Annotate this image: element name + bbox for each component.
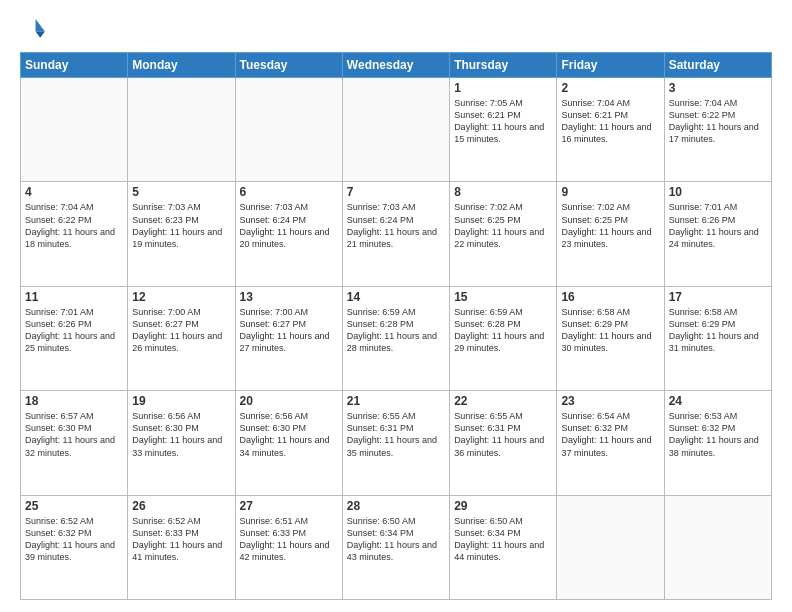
day-info: Sunrise: 6:58 AM Sunset: 6:29 PM Dayligh…: [561, 306, 659, 355]
day-info: Sunrise: 6:51 AM Sunset: 6:33 PM Dayligh…: [240, 515, 338, 564]
weekday-header: Thursday: [450, 53, 557, 78]
weekday-header: Sunday: [21, 53, 128, 78]
page: SundayMondayTuesdayWednesdayThursdayFrid…: [0, 0, 792, 612]
calendar-cell: 22Sunrise: 6:55 AM Sunset: 6:31 PM Dayli…: [450, 391, 557, 495]
day-number: 24: [669, 394, 767, 408]
day-info: Sunrise: 6:56 AM Sunset: 6:30 PM Dayligh…: [132, 410, 230, 459]
day-info: Sunrise: 6:53 AM Sunset: 6:32 PM Dayligh…: [669, 410, 767, 459]
day-number: 17: [669, 290, 767, 304]
calendar-cell: 5Sunrise: 7:03 AM Sunset: 6:23 PM Daylig…: [128, 182, 235, 286]
calendar-cell: 15Sunrise: 6:59 AM Sunset: 6:28 PM Dayli…: [450, 286, 557, 390]
calendar-week-row: 4Sunrise: 7:04 AM Sunset: 6:22 PM Daylig…: [21, 182, 772, 286]
day-number: 2: [561, 81, 659, 95]
day-info: Sunrise: 7:05 AM Sunset: 6:21 PM Dayligh…: [454, 97, 552, 146]
calendar-cell: 8Sunrise: 7:02 AM Sunset: 6:25 PM Daylig…: [450, 182, 557, 286]
day-number: 18: [25, 394, 123, 408]
day-number: 26: [132, 499, 230, 513]
day-number: 12: [132, 290, 230, 304]
svg-marker-1: [36, 32, 45, 38]
calendar-cell: [557, 495, 664, 599]
calendar-cell: 2Sunrise: 7:04 AM Sunset: 6:21 PM Daylig…: [557, 78, 664, 182]
day-number: 1: [454, 81, 552, 95]
day-info: Sunrise: 7:00 AM Sunset: 6:27 PM Dayligh…: [132, 306, 230, 355]
day-number: 27: [240, 499, 338, 513]
calendar-week-row: 18Sunrise: 6:57 AM Sunset: 6:30 PM Dayli…: [21, 391, 772, 495]
calendar-cell: [664, 495, 771, 599]
calendar-week-row: 1Sunrise: 7:05 AM Sunset: 6:21 PM Daylig…: [21, 78, 772, 182]
calendar-cell: 26Sunrise: 6:52 AM Sunset: 6:33 PM Dayli…: [128, 495, 235, 599]
calendar-cell: 11Sunrise: 7:01 AM Sunset: 6:26 PM Dayli…: [21, 286, 128, 390]
calendar-cell: 28Sunrise: 6:50 AM Sunset: 6:34 PM Dayli…: [342, 495, 449, 599]
weekday-header: Monday: [128, 53, 235, 78]
calendar-cell: 1Sunrise: 7:05 AM Sunset: 6:21 PM Daylig…: [450, 78, 557, 182]
calendar-cell: [235, 78, 342, 182]
calendar-cell: 16Sunrise: 6:58 AM Sunset: 6:29 PM Dayli…: [557, 286, 664, 390]
calendar-cell: 19Sunrise: 6:56 AM Sunset: 6:30 PM Dayli…: [128, 391, 235, 495]
day-number: 23: [561, 394, 659, 408]
day-number: 6: [240, 185, 338, 199]
day-number: 9: [561, 185, 659, 199]
day-number: 10: [669, 185, 767, 199]
calendar-cell: 24Sunrise: 6:53 AM Sunset: 6:32 PM Dayli…: [664, 391, 771, 495]
day-info: Sunrise: 7:03 AM Sunset: 6:23 PM Dayligh…: [132, 201, 230, 250]
day-number: 22: [454, 394, 552, 408]
calendar-cell: 13Sunrise: 7:00 AM Sunset: 6:27 PM Dayli…: [235, 286, 342, 390]
day-number: 5: [132, 185, 230, 199]
day-number: 11: [25, 290, 123, 304]
day-number: 28: [347, 499, 445, 513]
day-info: Sunrise: 7:02 AM Sunset: 6:25 PM Dayligh…: [561, 201, 659, 250]
day-info: Sunrise: 6:52 AM Sunset: 6:33 PM Dayligh…: [132, 515, 230, 564]
day-number: 25: [25, 499, 123, 513]
calendar-cell: 14Sunrise: 6:59 AM Sunset: 6:28 PM Dayli…: [342, 286, 449, 390]
calendar-cell: 25Sunrise: 6:52 AM Sunset: 6:32 PM Dayli…: [21, 495, 128, 599]
calendar-cell: 10Sunrise: 7:01 AM Sunset: 6:26 PM Dayli…: [664, 182, 771, 286]
calendar-cell: 18Sunrise: 6:57 AM Sunset: 6:30 PM Dayli…: [21, 391, 128, 495]
day-number: 19: [132, 394, 230, 408]
weekday-header: Tuesday: [235, 53, 342, 78]
day-info: Sunrise: 6:59 AM Sunset: 6:28 PM Dayligh…: [347, 306, 445, 355]
day-number: 16: [561, 290, 659, 304]
day-number: 20: [240, 394, 338, 408]
calendar-cell: [128, 78, 235, 182]
day-number: 21: [347, 394, 445, 408]
day-info: Sunrise: 7:01 AM Sunset: 6:26 PM Dayligh…: [669, 201, 767, 250]
logo-icon: [20, 16, 48, 44]
weekday-header-row: SundayMondayTuesdayWednesdayThursdayFrid…: [21, 53, 772, 78]
calendar-cell: 7Sunrise: 7:03 AM Sunset: 6:24 PM Daylig…: [342, 182, 449, 286]
calendar-cell: 29Sunrise: 6:50 AM Sunset: 6:34 PM Dayli…: [450, 495, 557, 599]
calendar-cell: 23Sunrise: 6:54 AM Sunset: 6:32 PM Dayli…: [557, 391, 664, 495]
day-info: Sunrise: 7:02 AM Sunset: 6:25 PM Dayligh…: [454, 201, 552, 250]
day-number: 29: [454, 499, 552, 513]
day-info: Sunrise: 6:55 AM Sunset: 6:31 PM Dayligh…: [454, 410, 552, 459]
calendar-week-row: 25Sunrise: 6:52 AM Sunset: 6:32 PM Dayli…: [21, 495, 772, 599]
calendar-cell: 27Sunrise: 6:51 AM Sunset: 6:33 PM Dayli…: [235, 495, 342, 599]
day-info: Sunrise: 7:04 AM Sunset: 6:22 PM Dayligh…: [669, 97, 767, 146]
day-info: Sunrise: 7:03 AM Sunset: 6:24 PM Dayligh…: [240, 201, 338, 250]
calendar-cell: 17Sunrise: 6:58 AM Sunset: 6:29 PM Dayli…: [664, 286, 771, 390]
day-number: 8: [454, 185, 552, 199]
day-info: Sunrise: 6:50 AM Sunset: 6:34 PM Dayligh…: [347, 515, 445, 564]
weekday-header: Wednesday: [342, 53, 449, 78]
calendar-cell: 3Sunrise: 7:04 AM Sunset: 6:22 PM Daylig…: [664, 78, 771, 182]
day-info: Sunrise: 7:01 AM Sunset: 6:26 PM Dayligh…: [25, 306, 123, 355]
day-info: Sunrise: 7:03 AM Sunset: 6:24 PM Dayligh…: [347, 201, 445, 250]
calendar-cell: 4Sunrise: 7:04 AM Sunset: 6:22 PM Daylig…: [21, 182, 128, 286]
day-info: Sunrise: 6:54 AM Sunset: 6:32 PM Dayligh…: [561, 410, 659, 459]
calendar-cell: 20Sunrise: 6:56 AM Sunset: 6:30 PM Dayli…: [235, 391, 342, 495]
calendar-cell: [21, 78, 128, 182]
day-info: Sunrise: 6:56 AM Sunset: 6:30 PM Dayligh…: [240, 410, 338, 459]
svg-marker-0: [36, 19, 45, 31]
calendar-cell: [342, 78, 449, 182]
calendar-cell: 21Sunrise: 6:55 AM Sunset: 6:31 PM Dayli…: [342, 391, 449, 495]
day-info: Sunrise: 6:57 AM Sunset: 6:30 PM Dayligh…: [25, 410, 123, 459]
day-info: Sunrise: 7:04 AM Sunset: 6:21 PM Dayligh…: [561, 97, 659, 146]
day-info: Sunrise: 6:52 AM Sunset: 6:32 PM Dayligh…: [25, 515, 123, 564]
day-number: 13: [240, 290, 338, 304]
day-info: Sunrise: 6:55 AM Sunset: 6:31 PM Dayligh…: [347, 410, 445, 459]
logo: [20, 16, 52, 44]
day-number: 3: [669, 81, 767, 95]
calendar-table: SundayMondayTuesdayWednesdayThursdayFrid…: [20, 52, 772, 600]
day-number: 14: [347, 290, 445, 304]
day-info: Sunrise: 6:58 AM Sunset: 6:29 PM Dayligh…: [669, 306, 767, 355]
day-info: Sunrise: 7:00 AM Sunset: 6:27 PM Dayligh…: [240, 306, 338, 355]
